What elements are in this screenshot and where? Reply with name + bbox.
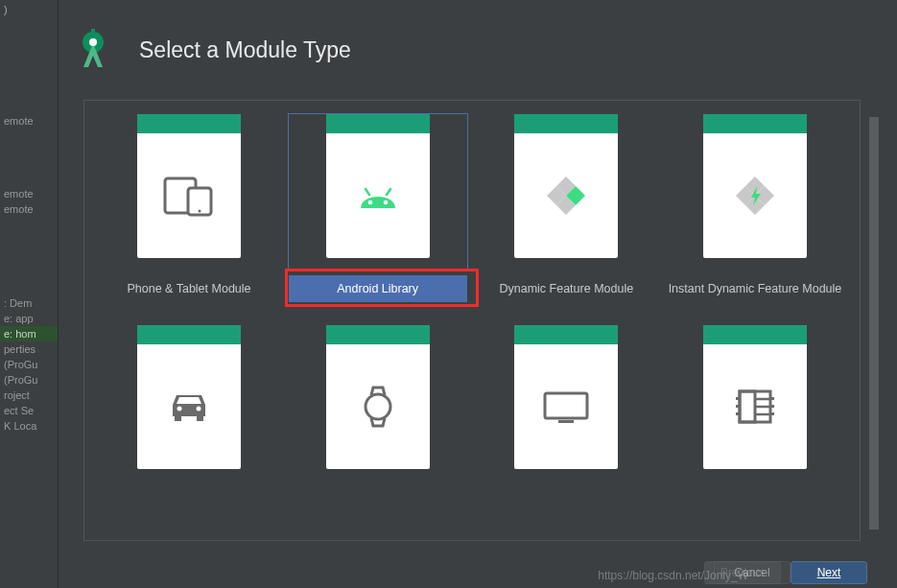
module-automotive[interactable] [100,325,278,536]
svg-rect-3 [91,29,95,35]
svg-rect-25 [558,420,574,423]
grid-frame: Phone & Tablet Module Android Library [83,100,861,541]
svg-point-21 [177,407,182,412]
svg-rect-19 [175,416,181,421]
module-tv[interactable] [477,325,655,536]
svg-point-8 [383,200,388,205]
next-button[interactable]: Next [791,561,867,584]
svg-rect-20 [197,416,203,421]
module-instant-dynamic-feature[interactable]: Instant Dynamic Feature Module [666,114,844,325]
dynamic-feature-icon [543,173,589,219]
module-dynamic-feature[interactable]: Dynamic Feature Module [477,114,655,325]
svg-rect-32 [736,405,740,408]
module-phone-tablet[interactable]: Phone & Tablet Module [100,114,278,325]
svg-line-10 [387,189,390,195]
scrollbar-thumb[interactable] [869,117,879,529]
car-icon [165,388,213,426]
svg-point-22 [197,407,201,412]
module-label [666,486,844,513]
module-android-library[interactable]: Android Library [289,114,467,325]
module-label: Phone & Tablet Module [100,275,278,302]
module-label [100,486,278,513]
android-icon [355,179,401,212]
svg-rect-24 [545,393,587,418]
module-grid-container: Phone & Tablet Module Android Library [59,100,883,588]
dialog-title: Select a Module Type [139,37,351,63]
svg-rect-33 [736,412,740,415]
module-things[interactable] [666,325,844,536]
android-studio-logo-icon [72,29,114,71]
svg-line-9 [366,189,369,195]
wear-icon [359,384,397,430]
svg-rect-27 [740,391,755,422]
cancel-button[interactable]: Cancel [714,561,791,584]
module-grid: Phone & Tablet Module Android Library [100,114,844,536]
svg-rect-35 [770,405,774,408]
module-label: Instant Dynamic Feature Module [666,275,844,302]
module-wear[interactable] [289,325,467,536]
phone-tablet-icon [161,175,217,217]
module-label: Android Library [289,275,467,302]
dialog-header: Select a Module Type [59,0,883,100]
instant-dynamic-icon [732,173,778,219]
svg-rect-36 [770,412,774,415]
dialog-footer: Previous Next Cancel [704,561,867,584]
background-sidebar: ) emote emote emote : Dem e: app e: hom … [0,0,58,588]
create-module-dialog: Select a Module Type Phone & Tablet Modu… [58,0,883,588]
svg-rect-31 [736,397,740,400]
svg-point-23 [366,394,390,419]
module-label [289,486,467,513]
tv-icon [541,388,591,426]
module-label [477,486,655,513]
svg-rect-34 [770,397,774,400]
scrollbar[interactable] [869,117,879,549]
svg-point-7 [367,200,372,205]
svg-point-2 [89,38,97,46]
things-icon [734,386,776,428]
module-label: Dynamic Feature Module [477,275,655,302]
svg-point-6 [199,210,201,213]
